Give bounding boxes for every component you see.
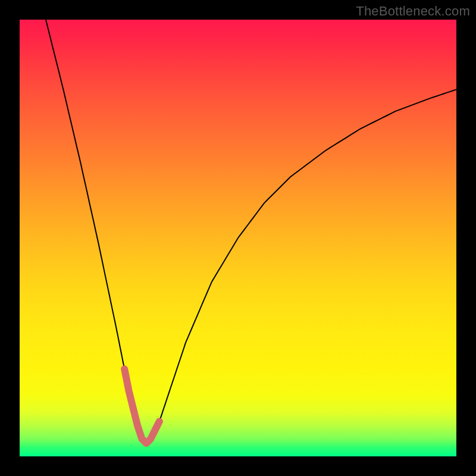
- watermark-text: TheBottleneck.com: [356, 4, 470, 19]
- chart-svg-layer: [0, 0, 476, 476]
- chart-container: TheBottleneck.com: [0, 0, 476, 476]
- highlight-segment: [124, 369, 159, 443]
- curve-group: [46, 20, 456, 443]
- bottleneck-curve: [46, 20, 456, 443]
